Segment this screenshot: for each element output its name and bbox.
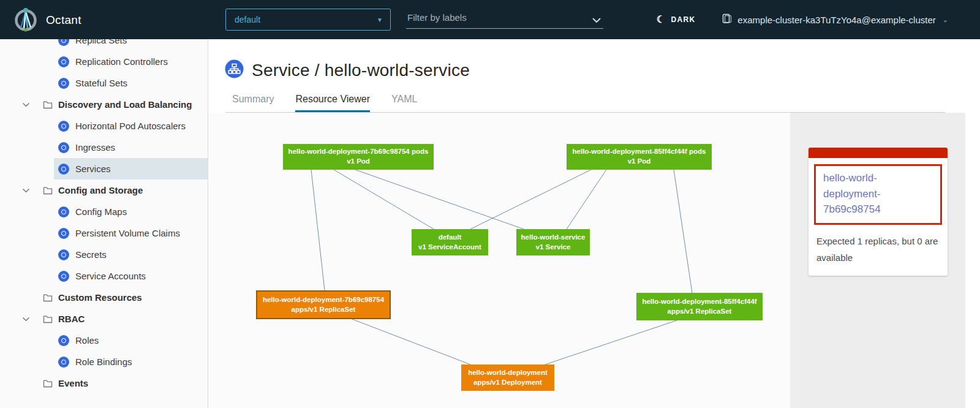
resource-icon	[58, 357, 69, 368]
chevron-down-icon[interactable]	[22, 188, 30, 193]
sidebar-item-label: Services	[75, 164, 111, 174]
node-label: hello-world-deployment	[468, 368, 548, 378]
resource-graph-canvas: hello-world-deployment-7b69c98754 podsv1…	[208, 113, 790, 408]
resource-icon	[58, 39, 69, 46]
graph-node-replicaset-7b69c98754[interactable]: hello-world-deployment-7b69c98754apps/v1…	[256, 290, 391, 319]
sidebar-item-label: Replica Sets	[75, 39, 127, 45]
sidebar-item-label: Config Maps	[75, 206, 127, 217]
sidebar-item-config-maps[interactable]: Config Maps	[54, 201, 208, 222]
sidebar-item-persistent-volume-claims[interactable]: Persistent Volume Claims	[54, 222, 208, 244]
sidebar-item-services[interactable]: Services	[54, 158, 208, 179]
graph-node-replicaset-85ff4cf44f[interactable]: hello-world-deployment-85ff4cf44fapps/v1…	[636, 293, 763, 320]
node-sublabel: v1 Pod	[347, 157, 370, 167]
resource-icon	[58, 78, 69, 89]
sidebar-item-replica-sets[interactable]: Replica Sets	[54, 39, 208, 51]
graph-node-serviceaccount-default[interactable]: defaultv1 ServiceAccount	[412, 229, 488, 255]
page-title: Service / hello-world-service	[252, 61, 470, 80]
resource-icon	[58, 249, 69, 260]
sidebar-item-label: Ingresses	[75, 142, 115, 153]
label-filter	[406, 10, 603, 31]
graph-node-pod-7b69c98754[interactable]: hello-world-deployment-7b69c98754 podsv1…	[283, 144, 434, 170]
dark-theme-toggle[interactable]: ☾ DARK	[657, 15, 696, 25]
sidebar-item-label: Discovery and Load Balancing	[58, 99, 192, 110]
sidebar-item-label: Replication Controllers	[75, 56, 168, 67]
sidebar-item-secrets[interactable]: Secrets	[54, 244, 208, 265]
sidebar-item-rbac[interactable]: RBAC	[0, 308, 208, 330]
chevron-down-icon[interactable]	[592, 15, 601, 26]
node-label: hello-world-deployment-85ff4cf44f pods	[573, 147, 706, 157]
sidebar-item-label: RBAC	[58, 314, 85, 324]
namespace-value: default	[235, 15, 260, 25]
graph-node-deployment-hello-world-deployment[interactable]: hello-world-deploymentapps/v1 Deployment	[461, 365, 554, 391]
resource-icon	[58, 164, 69, 175]
node-detail-link[interactable]: hello-world-deployment-7b69c98754	[823, 170, 924, 217]
sidebar-item-horizontal-pod-autoscalers[interactable]: Horizontal Pod Autoscalers	[54, 115, 208, 137]
resource-icon	[58, 206, 69, 217]
chevron-down-icon[interactable]	[22, 102, 30, 107]
tab-bar: SummaryResource ViewerYAML	[232, 93, 439, 112]
node-label: hello-world-deployment-7b69c98754 pods	[288, 147, 429, 157]
resource-icon	[58, 121, 69, 132]
node-sublabel: apps/v1 ReplicaSet	[668, 307, 732, 317]
cluster-context-selector[interactable]: example-cluster-ka3TuTzYo4a@example-clus…	[722, 13, 948, 26]
tab-summary[interactable]: Summary	[232, 93, 274, 112]
node-alert-box: hello-world-deployment-7b69c98754	[814, 164, 942, 225]
header-right-group: ☾ DARK example-cluster-ka3TuTzYo4a@examp…	[657, 0, 948, 39]
node-detail-panel: hello-world-deployment-7b69c98754 Expect…	[790, 113, 965, 408]
resource-viewer: hello-world-deployment-7b69c98754 podsv1…	[208, 113, 980, 408]
sidebar-item-label: Stateful Sets	[75, 78, 127, 88]
sidebar-item-events[interactable]: Events	[0, 372, 208, 394]
sidebar-item-label: Role Bindings	[75, 357, 132, 367]
chevron-down-icon: ⌄	[943, 16, 948, 24]
octant-logo-icon	[13, 6, 38, 35]
node-sublabel: apps/v1 Deployment	[473, 378, 542, 388]
sidebar-item-label: Roles	[75, 335, 99, 346]
caret-down-icon: ▼	[377, 17, 383, 23]
page-head: Service / hello-world-service	[225, 59, 470, 81]
sidebar-item-label: Secrets	[75, 249, 107, 260]
sidebar-item-config-and-storage[interactable]: Config and Storage	[0, 179, 208, 201]
graph-node-pod-85ff4cf44f[interactable]: hello-world-deployment-85ff4cf44f podsv1…	[567, 144, 712, 170]
sidebar-nav-list: Replica SetsReplication ControllersState…	[0, 39, 208, 394]
error-status-bar	[809, 148, 948, 158]
sidebar-item-ingresses[interactable]: Ingresses	[54, 137, 208, 158]
sidebar-item-stateful-sets[interactable]: Stateful Sets	[54, 72, 208, 94]
main-content: Service / hello-world-service SummaryRes…	[208, 39, 980, 408]
resource-icon	[58, 271, 69, 282]
sidebar-item-label: Custom Resources	[58, 292, 142, 303]
resource-icon	[58, 228, 69, 239]
folder-icon	[43, 100, 53, 109]
sidebar: Replica SetsReplication ControllersState…	[0, 39, 208, 408]
node-sublabel: v1 Service	[536, 243, 571, 252]
node-label: hello-world-deployment-85ff4cf44f	[642, 297, 756, 307]
node-label: hello-world-service	[521, 233, 586, 243]
node-status-message: Expected 1 replicas, but 0 are available	[816, 233, 941, 266]
sidebar-item-replication-controllers[interactable]: Replication Controllers	[54, 51, 208, 72]
node-sublabel: apps/v1 ReplicaSet	[292, 305, 356, 315]
tab-resource-viewer[interactable]: Resource Viewer	[295, 93, 370, 112]
resource-icon	[58, 142, 69, 153]
folder-icon	[43, 379, 53, 388]
right-gutter	[965, 113, 980, 408]
app-header: Octant default ▼ ☾ DARK example-cluster-…	[0, 0, 980, 39]
chevron-down-icon[interactable]	[22, 317, 30, 322]
sidebar-item-label: Horizontal Pod Autoscalers	[75, 121, 186, 131]
app-brand[interactable]: Octant	[13, 6, 81, 35]
sidebar-item-roles[interactable]: Roles	[54, 330, 208, 351]
app-title: Octant	[46, 13, 81, 27]
resource-icon	[58, 56, 69, 67]
node-label: hello-world-deployment-7b69c98754	[263, 295, 384, 305]
filter-by-labels-input[interactable]	[406, 10, 603, 29]
tab-yaml[interactable]: YAML	[391, 93, 417, 112]
folder-icon	[43, 293, 53, 302]
sidebar-item-custom-resources[interactable]: Custom Resources	[0, 287, 208, 308]
sidebar-item-role-bindings[interactable]: Role Bindings	[54, 351, 208, 372]
sidebar-item-label: Config and Storage	[58, 185, 143, 195]
folder-icon	[43, 315, 53, 323]
sidebar-item-label: Persistent Volume Claims	[75, 228, 180, 238]
node-sublabel: v1 ServiceAccount	[418, 243, 481, 252]
sidebar-item-discovery-and-load-balancing[interactable]: Discovery and Load Balancing	[0, 94, 208, 115]
namespace-select[interactable]: default ▼	[225, 9, 391, 31]
sidebar-item-service-accounts[interactable]: Service Accounts	[54, 265, 208, 287]
graph-node-service-hello-world-service[interactable]: hello-world-servicev1 Service	[516, 229, 590, 255]
